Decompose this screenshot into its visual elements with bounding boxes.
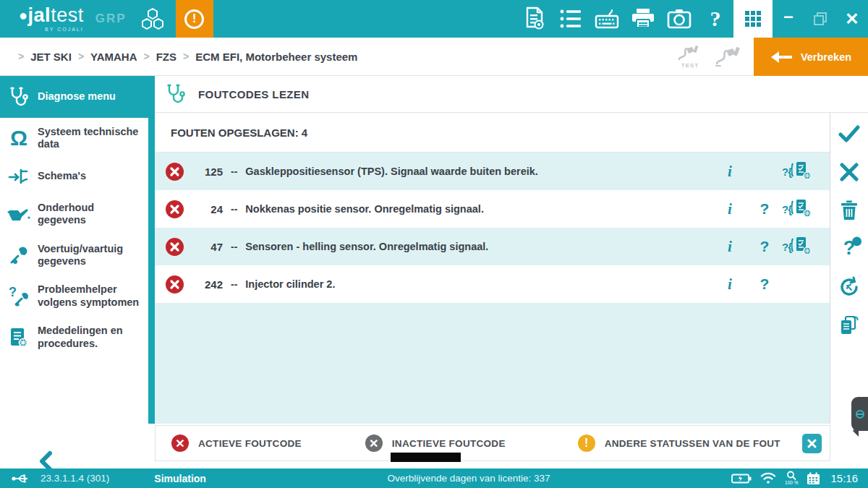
sidebar-item-label: Mededelingen en procedures. [38, 325, 145, 350]
right-toolbar: ?⬤ [830, 114, 868, 344]
fault-row[interactable]: 24 -- Nokkenas positie sensor. Onregelma… [155, 190, 830, 228]
confirm-check-icon[interactable] [830, 114, 868, 153]
wifi-icon [760, 472, 776, 484]
breadcrumb-separator: > [18, 51, 24, 62]
camera-icon[interactable] [661, 0, 697, 38]
battery-icon [731, 474, 752, 484]
page-title: FOUTCODES LEZEN [198, 88, 310, 100]
printer-icon[interactable] [625, 0, 661, 38]
report-copy-icon[interactable] [830, 306, 868, 344]
svg-text:?: ? [9, 286, 17, 299]
legend-item-other: ! ANDERE STATUSSEN VAN DE FOUT [578, 435, 780, 452]
fault-info-icon[interactable]: i [728, 275, 732, 294]
other-fault-icon: ! [578, 435, 595, 452]
panel-accent-strip [148, 76, 155, 424]
zoom-level-icon[interactable]: 100 % [785, 471, 798, 486]
fault-checklist-icon[interactable]: ?{ [782, 237, 813, 256]
minimize-button[interactable]: – [773, 0, 804, 38]
test-connector-icon[interactable]: TEST [677, 45, 703, 69]
hidden-panel-handle[interactable] [851, 397, 868, 431]
sidebar-item-label: Schema's [38, 170, 86, 182]
fault-separator: -- [231, 203, 237, 215]
sidebar-item-probleemhelper[interactable]: ? Probleemhelper volgens symptomen [0, 275, 148, 317]
fault-info-icon[interactable]: i [728, 200, 732, 218]
fault-codes-panel: FOUTEN OPGESLAGEN: 4 125 -- Gasklepposit… [155, 113, 830, 424]
fault-help-icon[interactable]: ? [760, 275, 770, 293]
sidebar-item-systeem-technische-data[interactable]: Ω Systeem technische data [0, 118, 148, 159]
legend-item-inactive: ✕ INACTIEVE FOUTCODE [365, 435, 506, 452]
legend-label: ACTIEVE FOUTCODE [198, 438, 302, 449]
screen-artifact-bar [391, 453, 461, 462]
help-add-icon[interactable]: ?⬤ [830, 229, 868, 267]
fault-separator: -- [231, 166, 237, 177]
legend-item-active: ✕ ACTIEVE FOUTCODE [171, 435, 302, 452]
active-fault-icon [166, 275, 184, 294]
panel-header: FOUTCODES LEZEN [155, 76, 868, 113]
sidebar-item-voertuig-vaartuig-gegevens[interactable]: Voertuig/vaartuig gegevens [0, 235, 148, 276]
fault-code: 24 [187, 203, 223, 215]
list-icon[interactable] [553, 0, 589, 38]
fault-description: Nokkenas positie sensor. Onregelmatig si… [245, 203, 712, 215]
document-globe-icon [0, 327, 38, 348]
breadcrumb-item[interactable]: JET SKI [30, 51, 72, 63]
active-fault-icon: ✕ [171, 435, 189, 452]
restore-button[interactable] [804, 0, 836, 38]
sidebar-item-label: Onderhoud gegevens [38, 202, 145, 227]
usb-icon [12, 474, 30, 484]
breadcrumb-item[interactable]: FZS [156, 51, 176, 63]
fault-row[interactable]: 125 -- Gaskleppositiesensor (TPS). Signa… [155, 153, 830, 190]
fault-row[interactable]: 242 -- Injector cilinder 2. i ? [155, 265, 830, 303]
fault-description: Sensoren - helling sensor. Onregelmatig … [245, 241, 712, 252]
breadcrumb-item[interactable]: ECM EFI, Motorbeheer systeem [195, 51, 357, 63]
sidebar-item-diagnose-menu[interactable]: Diagnose menu [0, 76, 148, 118]
wrench-gear-icon [0, 245, 38, 265]
modules-cubes-icon[interactable] [137, 3, 169, 35]
legend-close-button[interactable] [802, 434, 822, 453]
sidebar-item-schemas[interactable]: Schema's [0, 159, 148, 194]
fault-checklist-icon[interactable]: ?{ [782, 200, 813, 218]
alerts-button[interactable]: ! [176, 0, 213, 38]
breadcrumb-separator: > [144, 51, 150, 62]
breadcrumb: >JET SKI>YAMAHA>FZS>ECM EFI, Motorbeheer… [0, 51, 357, 63]
fault-row[interactable]: 47 -- Sensoren - helling sensor. Onregel… [155, 228, 830, 265]
stethoscope-icon [166, 83, 185, 105]
delete-trash-icon[interactable] [830, 191, 868, 229]
connector-status: TEST [677, 38, 744, 76]
question-wrench-icon: ? [0, 286, 38, 307]
cancel-x-icon[interactable] [830, 153, 868, 191]
apps-grid-icon[interactable] [733, 0, 773, 38]
stethoscope-icon [0, 86, 38, 108]
disconnect-button[interactable]: Verbreken [754, 38, 868, 76]
fault-info-icon[interactable]: i [728, 238, 732, 256]
app-window: ●jaltest BY COJALI GRP ! [0, 0, 868, 488]
help-icon[interactable]: ? [697, 0, 733, 38]
clock-label: 15:16 [830, 472, 858, 484]
keyboard-icon[interactable] [589, 0, 625, 38]
sidebar-item-label: Systeem technische data [38, 126, 145, 151]
calendar-icon[interactable] [807, 472, 820, 485]
active-fault-icon [166, 238, 184, 256]
connector-icon[interactable] [715, 46, 744, 68]
breadcrumb-item[interactable]: YAMAHA [90, 51, 137, 63]
fault-description: Injector cilinder 2. [245, 278, 712, 290]
omega-icon: Ω [0, 127, 38, 149]
close-button[interactable]: ✕ [836, 0, 868, 38]
active-fault-icon [166, 163, 184, 181]
version-label: 23.3.1.1.4 (301) [41, 473, 109, 484]
fault-code: 125 [187, 166, 223, 178]
report-viewer-icon[interactable] [516, 0, 553, 38]
circuit-icon [0, 167, 38, 186]
legend-label: ANDERE STATUSSEN VAN DE FOUT [605, 438, 780, 449]
fault-checklist-icon[interactable]: ?{ [782, 162, 813, 181]
sidebar-item-onderhoud-gegevens[interactable]: Onderhoud gegevens [0, 194, 148, 235]
fault-code: 242 [187, 278, 223, 291]
top-bar: ●jaltest BY COJALI GRP ! [0, 0, 868, 38]
fault-help-icon[interactable]: ? [760, 238, 770, 255]
sidebar-item-mededelingen[interactable]: Mededelingen en procedures. [0, 317, 148, 358]
breadcrumb-separator: > [183, 51, 189, 62]
fault-help-icon[interactable]: ? [760, 200, 770, 218]
inactive-fault-icon: ✕ [365, 435, 383, 452]
refresh-icon[interactable] [830, 267, 868, 306]
fault-info-icon[interactable]: i [728, 163, 732, 181]
status-bar: 23.3.1.1.4 (301) Simulation Overblijvend… [0, 468, 868, 488]
